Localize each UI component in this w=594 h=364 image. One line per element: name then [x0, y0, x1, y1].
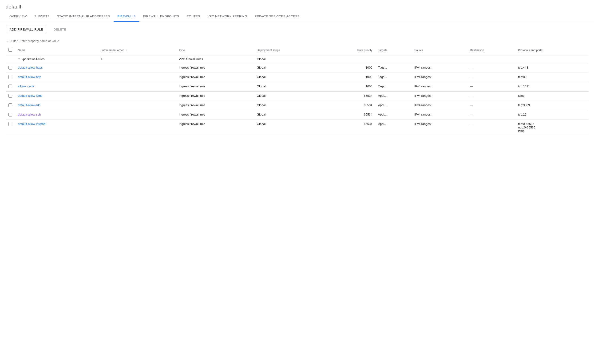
- row-destination-row-1: —: [467, 63, 515, 73]
- nav-tab-routes[interactable]: ROUTES: [183, 12, 204, 22]
- row-enforcement-order-row-5: [98, 101, 176, 110]
- col-header-deployment_scope: Deployment scope: [254, 46, 325, 55]
- row-destination-row-6: —: [467, 110, 515, 120]
- nav-tab-firewall-endpoints[interactable]: FIREWALL ENDPOINTS: [139, 12, 183, 22]
- col-header-targets: Targets: [375, 46, 411, 55]
- row-source-row-6: IPv4 ranges:: [412, 110, 467, 120]
- add-firewall-rule-button[interactable]: ADD FIREWALL RULE: [6, 26, 47, 33]
- row-checkbox-row-5[interactable]: [6, 101, 15, 110]
- delete-button[interactable]: DELETE: [50, 26, 70, 33]
- group-protocols_ports: [515, 55, 588, 63]
- row-targets-row-5: Appl...: [375, 101, 411, 110]
- row-protocols-row-4: icmp: [515, 91, 588, 101]
- select-all-header[interactable]: [6, 46, 15, 55]
- row-scope-row-5: Global: [254, 101, 325, 110]
- firewall-rule-link-row-5[interactable]: default-allow-rdp: [18, 103, 40, 107]
- row-type-row-3: Ingress firewall rule: [176, 82, 254, 91]
- table-row: default-allow-internalIngress firewall r…: [6, 120, 588, 135]
- table-row: default-allow-httpsIngress firewall rule…: [6, 63, 588, 73]
- row-destination-row-3: —: [467, 82, 515, 91]
- table-row: default-allow-rdpIngress firewall ruleGl…: [6, 101, 588, 110]
- row-priority-row-5: 65534: [325, 101, 375, 110]
- col-header-enforcement_order[interactable]: Enforcement order ↑: [98, 46, 176, 55]
- row-enforcement-order-row-3: [98, 82, 176, 91]
- row-name-row-7[interactable]: default-allow-internal: [15, 120, 98, 135]
- row-source-row-2: IPv4 ranges:: [412, 73, 467, 82]
- group-enforcement-order: 1: [98, 55, 176, 63]
- row-enforcement-order-row-7: [98, 120, 176, 135]
- row-checkbox-row-1[interactable]: [6, 63, 15, 73]
- row-checkbox-row-4[interactable]: [6, 91, 15, 101]
- group-row-vpc-firewall-rules: ▼vpc-firewall-rules1VPC firewall rulesGl…: [6, 55, 588, 63]
- row-type-row-2: Ingress firewall rule: [176, 73, 254, 82]
- row-protocols-row-5: tcp:3389: [515, 101, 588, 110]
- row-enforcement-order-row-6: [98, 110, 176, 120]
- row-name-row-3[interactable]: allow-oracle: [15, 82, 98, 91]
- row-type-row-1: Ingress firewall rule: [176, 63, 254, 73]
- nav-tab-subnets[interactable]: SUBNETS: [31, 12, 53, 22]
- filter-input[interactable]: [20, 39, 588, 43]
- nav-tab-static-internal[interactable]: STATIC INTERNAL IP ADDRESSES: [53, 12, 114, 22]
- nav-tabs: OVERVIEWSUBNETSSTATIC INTERNAL IP ADDRES…: [0, 12, 594, 22]
- nav-tab-firewalls[interactable]: FIREWALLS: [114, 12, 139, 22]
- row-targets-row-7: Appl...: [375, 120, 411, 135]
- chevron-down-icon: ▼: [18, 58, 20, 60]
- row-targets-row-4: Appl...: [375, 91, 411, 101]
- row-name-row-2[interactable]: default-allow-http: [15, 73, 98, 82]
- table-row: default-allow-sshIngress firewall ruleGl…: [6, 110, 588, 120]
- row-type-row-6: Ingress firewall rule: [176, 110, 254, 120]
- col-header-destination: Destination: [467, 46, 515, 55]
- firewall-rules-table: NameEnforcement order ↑TypeDeployment sc…: [6, 46, 588, 135]
- row-scope-row-7: Global: [254, 120, 325, 135]
- firewall-rule-link-row-2[interactable]: default-allow-http: [18, 75, 41, 79]
- firewall-rule-link-row-1[interactable]: default-allow-https: [18, 66, 43, 69]
- row-type-row-5: Ingress firewall rule: [176, 101, 254, 110]
- filter-icon: Filter: [6, 39, 18, 43]
- page-title: default: [0, 0, 594, 12]
- firewall-rule-link-row-4[interactable]: default-allow-icmp: [18, 94, 43, 98]
- row-targets-row-1: Tags...: [375, 63, 411, 73]
- row-name-row-4[interactable]: default-allow-icmp: [15, 91, 98, 101]
- row-checkbox-row-3[interactable]: [6, 82, 15, 91]
- group-type: VPC firewall rules: [176, 55, 254, 63]
- toolbar: ADD FIREWALL RULE DELETE: [0, 22, 594, 37]
- row-protocols-row-6: tcp:22: [515, 110, 588, 120]
- row-protocols-row-3: tcp:1521: [515, 82, 588, 91]
- row-scope-row-6: Global: [254, 110, 325, 120]
- row-priority-row-6: 65534: [325, 110, 375, 120]
- row-source-row-1: IPv4 ranges:: [412, 63, 467, 73]
- nav-tab-overview[interactable]: OVERVIEW: [6, 12, 31, 22]
- group-scope: Global: [254, 55, 325, 63]
- firewall-rule-link-row-3[interactable]: allow-oracle: [18, 84, 34, 88]
- row-enforcement-order-row-4: [98, 91, 176, 101]
- row-name-row-1[interactable]: default-allow-https: [15, 63, 98, 73]
- row-targets-row-3: Tags...: [375, 82, 411, 91]
- row-checkbox-row-7[interactable]: [6, 120, 15, 135]
- row-source-row-5: IPv4 ranges:: [412, 101, 467, 110]
- row-checkbox-row-6[interactable]: [6, 110, 15, 120]
- col-header-rule_priority: Rule priority: [325, 46, 375, 55]
- row-checkbox-row-2[interactable]: [6, 73, 15, 82]
- row-type-row-4: Ingress firewall rule: [176, 91, 254, 101]
- row-name-row-6[interactable]: default-allow-ssh: [15, 110, 98, 120]
- nav-tab-private-services[interactable]: PRIVATE SERVICES ACCESS: [251, 12, 303, 22]
- row-enforcement-order-row-2: [98, 73, 176, 82]
- row-priority-row-2: 1000: [325, 73, 375, 82]
- row-targets-row-6: Appl...: [375, 110, 411, 120]
- firewall-rule-link-row-6[interactable]: default-allow-ssh: [18, 113, 41, 116]
- table-row: allow-oracleIngress firewall ruleGlobal1…: [6, 82, 588, 91]
- row-source-row-4: IPv4 ranges:: [412, 91, 467, 101]
- group-targets: [375, 55, 411, 63]
- row-enforcement-order-row-1: [98, 63, 176, 73]
- row-scope-row-3: Global: [254, 82, 325, 91]
- row-protocols-row-7: tcp:0-65535 udp:0-65535 icmp: [515, 120, 588, 135]
- row-name-row-5[interactable]: default-allow-rdp: [15, 101, 98, 110]
- group-checkbox-cell: [6, 55, 15, 63]
- row-source-row-7: IPv4 ranges:: [412, 120, 467, 135]
- nav-tab-vpc-peering[interactable]: VPC NETWORK PEERING: [204, 12, 251, 22]
- row-source-row-3: IPv4 ranges:: [412, 82, 467, 91]
- col-header-name: Name: [15, 46, 98, 55]
- firewall-rule-link-row-7[interactable]: default-allow-internal: [18, 122, 46, 126]
- row-scope-row-2: Global: [254, 73, 325, 82]
- row-scope-row-4: Global: [254, 91, 325, 101]
